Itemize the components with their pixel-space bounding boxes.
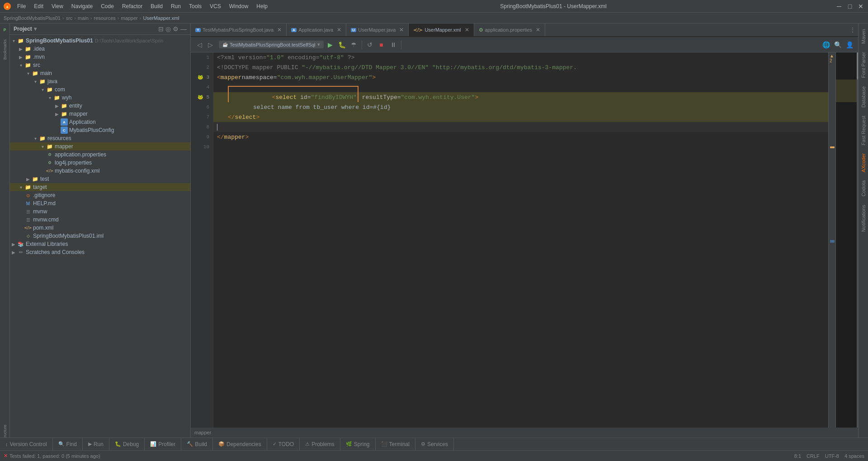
tab-find[interactable]: 🔍 Find bbox=[53, 438, 83, 450]
settings-button[interactable]: ⚙ bbox=[173, 25, 179, 33]
translate-button[interactable]: 🌐 bbox=[821, 40, 831, 50]
locate-file-button[interactable]: ◎ bbox=[165, 25, 171, 33]
debug-button[interactable]: 🐛 bbox=[337, 40, 347, 50]
tree-item-idea[interactable]: ▶ 📁 .idea bbox=[10, 45, 190, 53]
bookmark-icon[interactable]: Bookmarks bbox=[0, 45, 9, 54]
run-config-selector[interactable]: ☕ TestMybatisPlusSpringBoot.testSelfSql … bbox=[219, 41, 324, 48]
tree-item-mybatis-config[interactable]: ▶ ≺/≻ mybatis-config.xml bbox=[10, 167, 190, 175]
axcoder-panel-button[interactable]: AXcoder bbox=[860, 150, 867, 176]
tree-item-pom-xml[interactable]: ▶ ≺/≻ pom.xml bbox=[10, 224, 190, 232]
tab-close-app-props[interactable]: ✕ bbox=[536, 27, 540, 33]
tree-item-application-props[interactable]: ▶ ⚙ application.properties bbox=[10, 151, 190, 159]
fast-request-panel-button[interactable]: Fast Request bbox=[860, 112, 867, 149]
menu-item-navigate[interactable]: Navigate bbox=[68, 2, 96, 10]
tab-todo[interactable]: ✓ TODO bbox=[267, 438, 300, 450]
tree-item-java[interactable]: ▾ 📁 java bbox=[10, 77, 190, 85]
cursor-position[interactable]: 8:1 bbox=[794, 453, 801, 459]
maximize-button[interactable]: □ bbox=[846, 3, 854, 10]
tree-root[interactable]: ▾ 📁 SpringBootMybatisPlus01 D:\Tools\Jav… bbox=[10, 37, 190, 45]
run-button[interactable]: ▶ bbox=[326, 40, 335, 50]
menu-item-vcs[interactable]: VCS bbox=[206, 2, 225, 10]
collapse-all-button[interactable]: ⊟ bbox=[158, 25, 164, 33]
breadcrumb-item[interactable]: mapper bbox=[121, 15, 137, 21]
tree-item-mvn[interactable]: ▶ 📁 .mvn bbox=[10, 53, 190, 61]
menu-item-run[interactable]: Run bbox=[167, 2, 184, 10]
database-panel-button[interactable]: Database bbox=[860, 83, 867, 111]
menu-item-view[interactable]: View bbox=[48, 2, 67, 10]
tab-overflow-menu[interactable]: ⋮ bbox=[847, 24, 858, 36]
hide-panel-button[interactable]: — bbox=[180, 25, 187, 33]
breadcrumb-item[interactable]: src bbox=[66, 15, 73, 21]
tree-item-mybatisplusconfig[interactable]: ▶ C MybatisPlusConfig bbox=[10, 126, 190, 134]
tab-spring[interactable]: 🌿 Spring bbox=[340, 438, 376, 450]
tab-close-app[interactable]: ✕ bbox=[337, 27, 341, 33]
notifications-panel-button[interactable]: Notifications bbox=[860, 201, 867, 235]
tree-item-mapper-pkg[interactable]: ▶ 📁 mapper bbox=[10, 110, 190, 118]
code-editor[interactable]: 1 2 🐸3 4 🐸5 6 7 8 9 10 <?xml version="1.… bbox=[191, 52, 858, 428]
menu-item-help[interactable]: Help bbox=[253, 2, 271, 10]
tree-item-test[interactable]: ▶ 📁 test bbox=[10, 175, 190, 183]
menu-item-tools[interactable]: Tools bbox=[185, 2, 205, 10]
tree-item-entity[interactable]: ▶ 📁 entity bbox=[10, 102, 190, 110]
breadcrumb-item[interactable]: UserMapper.xml bbox=[143, 15, 179, 21]
project-icon[interactable]: P bbox=[0, 25, 9, 34]
file-encoding[interactable]: UTF-8 bbox=[825, 453, 839, 459]
tab-terminal[interactable]: ⬛ Terminal bbox=[376, 438, 415, 450]
tab-test-java[interactable]: T TestMybatisPlusSpringBoot.java ✕ bbox=[191, 24, 287, 36]
tree-item-mapper-folder[interactable]: ▾ 📁 mapper bbox=[10, 142, 190, 151]
tree-item-gitignore[interactable]: ▶ ⊙ .gitignore bbox=[10, 191, 190, 199]
tab-problems[interactable]: ⚠ Problems bbox=[300, 438, 340, 450]
tree-item-external-libs[interactable]: ▶ 📚 External Libraries bbox=[10, 240, 190, 248]
tree-item-mvnw[interactable]: ▶ ☰ mvnw bbox=[10, 207, 190, 216]
code-content[interactable]: <?xml version="1.0" encoding="utf-8" ?> … bbox=[213, 52, 828, 428]
tab-dependencies[interactable]: 📦 Dependencies bbox=[213, 438, 267, 450]
font-parser-panel-button[interactable]: Font Parser bbox=[860, 48, 867, 81]
tab-profiler[interactable]: 📊 Profiler bbox=[145, 438, 181, 450]
menu-item-edit[interactable]: Edit bbox=[30, 2, 47, 10]
tree-item-wyh[interactable]: ▾ 📁 wyh bbox=[10, 94, 190, 102]
tree-item-help-md[interactable]: ▶ M HELP.md bbox=[10, 199, 190, 207]
line-ending[interactable]: CRLF bbox=[807, 453, 820, 459]
back-button[interactable]: ◁ bbox=[194, 40, 204, 50]
minimize-button[interactable]: ─ bbox=[835, 3, 843, 10]
tree-item-log4j-props[interactable]: ▶ ⚙ log4j.properties bbox=[10, 159, 190, 167]
rerun-button[interactable]: ↺ bbox=[365, 40, 375, 50]
tab-services[interactable]: ⚙ Services bbox=[415, 438, 454, 450]
tab-run[interactable]: ▶ Run bbox=[83, 438, 109, 450]
tree-item-iml[interactable]: ▶ ◇ SpringBootMybatisPlus01.iml bbox=[10, 232, 190, 240]
maven-panel-button[interactable]: Maven bbox=[860, 25, 867, 47]
tree-item-application-java[interactable]: ▶ A Application bbox=[10, 118, 190, 126]
codota-panel-button[interactable]: Codota bbox=[860, 177, 867, 200]
tab-application-java[interactable]: A Application.java ✕ bbox=[287, 24, 346, 36]
tab-version-control[interactable]: ↕ Version Control bbox=[0, 438, 53, 450]
tree-item-resources[interactable]: ▾ 📁 resources bbox=[10, 134, 190, 142]
tab-build[interactable]: 🔨 Build bbox=[181, 438, 213, 450]
tab-close-usermapper-j[interactable]: ✕ bbox=[399, 27, 404, 33]
menu-item-build[interactable]: Build bbox=[147, 2, 166, 10]
tab-close-usermapper-xml[interactable]: ✕ bbox=[465, 27, 469, 33]
tree-item-scratches[interactable]: ▶ ✏ Scratches and Consoles bbox=[10, 248, 190, 256]
tree-item-com[interactable]: ▾ 📁 com bbox=[10, 85, 190, 94]
tree-item-mvnw-cmd[interactable]: ▶ ☰ mvnw.cmd bbox=[10, 216, 190, 224]
tab-debug[interactable]: 🐛 Debug bbox=[109, 438, 145, 450]
search-everywhere-button[interactable]: 🔍 bbox=[833, 40, 843, 50]
menu-item-file[interactable]: File bbox=[14, 2, 29, 10]
menu-item-code[interactable]: Code bbox=[97, 2, 118, 10]
stop-button[interactable]: ■ bbox=[377, 40, 387, 50]
coverage-button[interactable]: ☂ bbox=[349, 40, 359, 50]
breadcrumb-item[interactable]: resources bbox=[94, 15, 116, 21]
menu-item-window[interactable]: Window bbox=[226, 2, 252, 10]
structure-icon[interactable]: Structure bbox=[0, 428, 9, 437]
breadcrumb-item[interactable]: main bbox=[78, 15, 89, 21]
menu-item-refactor[interactable]: Refactor bbox=[118, 2, 146, 10]
tree-item-target[interactable]: ▾ 📁 target bbox=[10, 183, 190, 191]
tab-usermapper-xml[interactable]: ≺/≻ UserMapper.xml ✕ bbox=[409, 24, 474, 36]
tree-item-main[interactable]: ▾ 📁 main bbox=[10, 69, 190, 77]
indent-setting[interactable]: 4 spaces bbox=[844, 453, 864, 459]
breadcrumb-item[interactable]: SpringBootMybatisPlus01 bbox=[4, 15, 61, 21]
tab-usermapper-java[interactable]: U UserMapper.java ✕ bbox=[346, 24, 409, 36]
tab-app-props[interactable]: ⚙ application.properties ✕ bbox=[474, 24, 546, 36]
tab-close-test[interactable]: ✕ bbox=[277, 27, 282, 33]
tree-item-src[interactable]: ▾ 📁 src bbox=[10, 61, 190, 69]
pause-button[interactable]: ⏸ bbox=[388, 40, 398, 50]
